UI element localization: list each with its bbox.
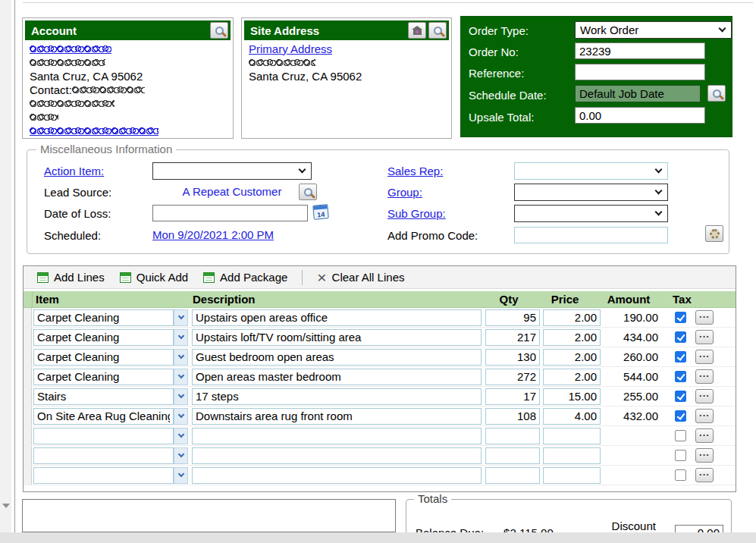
vertical-scrollbar[interactable] xyxy=(0,0,11,532)
row-selector[interactable] xyxy=(24,328,32,347)
row-options-button[interactable]: ... xyxy=(695,409,714,423)
qty-input[interactable] xyxy=(485,388,540,405)
promo-code-button[interactable] xyxy=(705,225,723,242)
description-input[interactable] xyxy=(192,369,482,385)
add-lines-button[interactable]: Add Lines xyxy=(30,268,112,287)
item-input[interactable] xyxy=(33,408,174,425)
qty-input[interactable] xyxy=(485,467,540,484)
order-type-select[interactable]: Work Order xyxy=(575,21,732,39)
price-input[interactable] xyxy=(543,329,601,346)
reference-input[interactable] xyxy=(575,64,705,80)
item-input[interactable] xyxy=(33,349,174,366)
row-selector[interactable] xyxy=(24,426,32,445)
clear-all-lines-button[interactable]: × Clear All Lines xyxy=(309,268,412,287)
row-selector[interactable] xyxy=(24,406,32,425)
row-options-button[interactable]: ... xyxy=(695,350,714,364)
sub-group-select[interactable] xyxy=(514,205,668,222)
lead-source-value[interactable]: A Repeat Customer xyxy=(152,184,312,200)
row-options-button[interactable]: ... xyxy=(695,310,714,325)
sales-rep-select[interactable] xyxy=(514,162,668,180)
row-selector[interactable] xyxy=(24,387,32,406)
site-search-button[interactable] xyxy=(428,22,447,39)
row-selector[interactable] xyxy=(24,446,32,465)
order-notes-textarea[interactable] xyxy=(22,499,396,532)
item-input[interactable] xyxy=(33,369,174,385)
calendar-icon[interactable] xyxy=(312,204,329,220)
tax-checkbox[interactable] xyxy=(675,371,686,382)
add-package-button[interactable]: Add Package xyxy=(196,268,295,287)
item-input[interactable] xyxy=(33,388,174,405)
redacted-link[interactable] xyxy=(30,44,111,54)
item-dropdown-button[interactable] xyxy=(174,428,188,444)
redacted-link[interactable] xyxy=(30,126,158,136)
schedule-date-field[interactable]: Default Job Date xyxy=(575,85,701,102)
price-input[interactable] xyxy=(543,408,601,425)
description-input[interactable] xyxy=(192,349,482,366)
row-selector[interactable] xyxy=(24,308,32,327)
tax-checkbox[interactable] xyxy=(675,410,686,422)
row-selector[interactable] xyxy=(24,466,32,485)
qty-input[interactable] xyxy=(485,447,540,464)
qty-input[interactable] xyxy=(485,369,540,385)
upsale-total-input[interactable] xyxy=(575,107,705,124)
sales-rep-link[interactable]: Sales Rep: xyxy=(387,162,443,179)
item-dropdown-button[interactable] xyxy=(174,447,188,464)
item-dropdown-button[interactable] xyxy=(174,467,188,484)
row-options-button[interactable]: ... xyxy=(695,468,714,482)
site-home-button[interactable] xyxy=(408,22,426,39)
tax-checkbox[interactable] xyxy=(675,331,686,343)
description-input[interactable] xyxy=(192,447,482,464)
description-input[interactable] xyxy=(192,329,482,346)
group-select[interactable] xyxy=(514,184,668,201)
item-dropdown-button[interactable] xyxy=(174,349,188,366)
price-input[interactable] xyxy=(543,467,601,484)
price-input[interactable] xyxy=(543,428,601,444)
tax-checkbox[interactable] xyxy=(675,391,686,402)
row-options-button[interactable]: ... xyxy=(695,389,714,403)
tax-checkbox[interactable] xyxy=(675,351,686,363)
row-selector[interactable] xyxy=(24,367,32,386)
item-dropdown-button[interactable] xyxy=(174,329,188,346)
item-input[interactable] xyxy=(33,447,174,464)
item-input[interactable] xyxy=(33,467,174,484)
description-input[interactable] xyxy=(192,428,482,444)
item-dropdown-button[interactable] xyxy=(174,309,188,326)
price-input[interactable] xyxy=(543,369,601,385)
action-item-select[interactable] xyxy=(152,162,312,180)
account-search-button[interactable] xyxy=(210,22,228,39)
promo-code-input[interactable] xyxy=(514,227,668,243)
price-input[interactable] xyxy=(543,349,601,366)
row-options-button[interactable]: ... xyxy=(695,428,714,443)
row-options-button[interactable]: ... xyxy=(695,448,714,463)
item-dropdown-button[interactable] xyxy=(174,388,188,405)
qty-input[interactable] xyxy=(485,349,540,366)
tax-checkbox[interactable] xyxy=(675,469,686,481)
qty-input[interactable] xyxy=(485,309,540,326)
item-dropdown-button[interactable] xyxy=(174,369,188,385)
tax-checkbox[interactable] xyxy=(675,312,686,323)
lead-source-search-button[interactable] xyxy=(299,184,317,200)
description-input[interactable] xyxy=(192,467,482,484)
row-options-button[interactable]: ... xyxy=(695,369,714,384)
description-input[interactable] xyxy=(192,309,482,326)
scroll-down-icon[interactable] xyxy=(2,504,10,508)
qty-input[interactable] xyxy=(485,329,540,346)
item-dropdown-button[interactable] xyxy=(174,408,188,425)
schedule-date-search-button[interactable] xyxy=(707,85,726,102)
price-input[interactable] xyxy=(543,309,601,326)
description-input[interactable] xyxy=(192,408,482,425)
description-input[interactable] xyxy=(192,388,482,405)
qty-input[interactable] xyxy=(485,428,540,444)
site-address-link[interactable]: Primary Address xyxy=(249,42,332,55)
item-input[interactable] xyxy=(33,309,174,326)
row-selector[interactable] xyxy=(24,347,32,366)
sub-group-link[interactable]: Sub Group: xyxy=(387,205,446,221)
group-link[interactable]: Group: xyxy=(387,184,422,200)
price-input[interactable] xyxy=(543,447,601,464)
quick-add-button[interactable]: Quick Add xyxy=(112,268,196,287)
action-item-link[interactable]: Action Item: xyxy=(44,162,104,179)
order-no-input[interactable] xyxy=(575,42,705,59)
item-input[interactable] xyxy=(33,329,174,346)
tax-checkbox[interactable] xyxy=(675,450,686,461)
row-options-button[interactable]: ... xyxy=(695,330,714,344)
